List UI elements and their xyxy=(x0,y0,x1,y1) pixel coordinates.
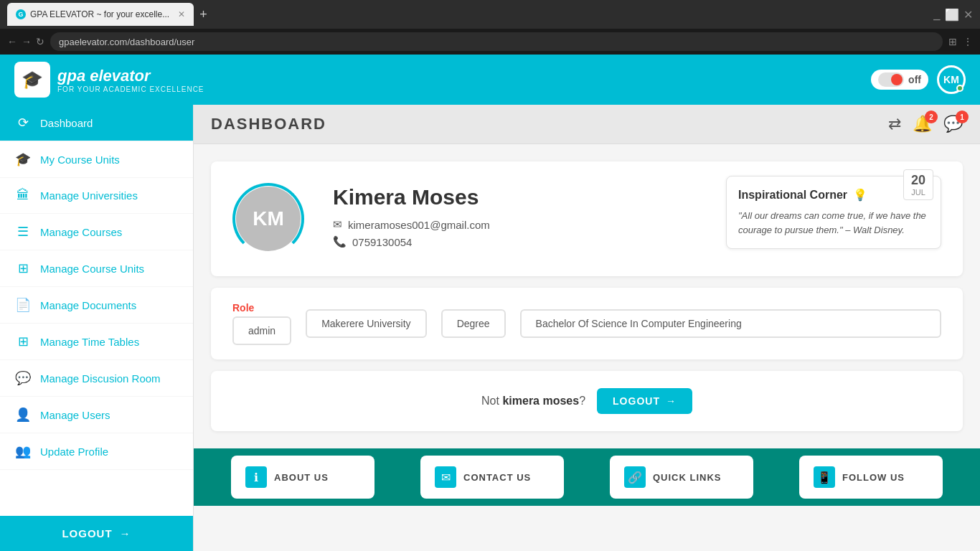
toggle-label: off xyxy=(908,74,921,85)
extensions-icon[interactable]: ⊞ xyxy=(948,36,957,47)
logout-arrow-icon: → xyxy=(120,527,131,540)
footer-about-us[interactable]: ℹ ABOUT US xyxy=(231,456,374,499)
reload-btn[interactable]: ↻ xyxy=(36,36,44,47)
content-header: DASHBOARD ⇄ 🔔 2 💬 1 xyxy=(194,105,980,144)
avatar-ring: KM xyxy=(232,183,304,255)
chat-badge: 1 xyxy=(956,110,969,123)
tab-favicon: G xyxy=(16,9,26,19)
page-title: DASHBOARD xyxy=(211,115,326,133)
address-bar: ← → ↻ gpaelevator.com/dashboard/user ⊞ ⋮ xyxy=(0,29,980,55)
sidebar-label-dashboard: Dashboard xyxy=(40,117,93,129)
sidebar: ⟳ Dashboard 🎓 My Course Units 🏛 Manage U… xyxy=(0,105,194,551)
sidebar-item-manage-documents[interactable]: 📄 Manage Documents xyxy=(0,287,193,324)
forward-btn[interactable]: → xyxy=(22,36,32,47)
content-area: DASHBOARD ⇄ 🔔 2 💬 1 xyxy=(194,105,980,551)
header-icons: ⇄ 🔔 2 💬 1 xyxy=(888,115,963,133)
sidebar-label-manage-course-units: Manage Course Units xyxy=(40,263,144,275)
lightbulb-icon: 💡 xyxy=(853,188,867,202)
user-card: KM Kimera Moses ✉ kimeramoses001@gmail.c… xyxy=(211,161,963,276)
update-profile-icon: 👥 xyxy=(14,443,32,459)
date-month: JUL xyxy=(911,188,925,197)
inspiration-title: Inspirational Corner xyxy=(738,189,847,202)
transfer-icon: ⇄ xyxy=(888,115,901,133)
sidebar-label-manage-users: Manage Users xyxy=(40,409,110,421)
sidebar-item-dashboard[interactable]: ⟳ Dashboard xyxy=(0,105,193,141)
phone-icon: 📞 xyxy=(333,235,347,248)
logo-main: gpa elevator xyxy=(57,67,204,85)
logo-area: 🎓 gpa elevator FOR YOUR ACADEMIC EXCELLE… xyxy=(14,62,204,98)
sidebar-label-manage-discussion-room: Manage Discusion Room xyxy=(40,372,161,385)
tab-bar: G GPA ELEVATOR ~ for your excelle... ✕ + xyxy=(7,3,928,26)
role-value: admin xyxy=(232,316,291,345)
main-layout: ⟳ Dashboard 🎓 My Course Units 🏛 Manage U… xyxy=(0,105,980,551)
minimize-icon[interactable]: ⎯ xyxy=(933,8,941,21)
sidebar-logout-btn[interactable]: LOGOUT → xyxy=(0,516,193,551)
logout-arrow-icon: → xyxy=(666,395,677,407)
inspiration-card: 20 JUL Inspirational Corner 💡 "All our d… xyxy=(726,176,941,249)
active-tab[interactable]: G GPA ELEVATOR ~ for your excelle... ✕ xyxy=(7,3,194,26)
sidebar-item-my-course-units[interactable]: 🎓 My Course Units xyxy=(0,141,193,178)
toggle-area[interactable]: off xyxy=(871,70,928,90)
sidebar-logout-label: LOGOUT xyxy=(62,527,112,540)
sidebar-label-manage-time-tables: Manage Time Tables xyxy=(40,336,139,348)
sidebar-label-manage-documents: Manage Documents xyxy=(40,299,136,311)
quick-links-icon: 🔗 xyxy=(624,466,646,488)
logo-sub: FOR YOUR ACADEMIC EXCELLENCE xyxy=(57,85,204,93)
maximize-icon[interactable]: ⬜ xyxy=(945,8,959,22)
role-label: Role xyxy=(232,302,254,314)
new-tab-btn[interactable]: + xyxy=(199,7,207,22)
contact-us-label: CONTACT US xyxy=(463,472,531,483)
bell-icon-btn[interactable]: 🔔 2 xyxy=(913,115,932,133)
footer-quick-links[interactable]: 🔗 QUICK LINKS xyxy=(610,456,753,499)
sidebar-item-manage-discussion-room[interactable]: 💬 Manage Discusion Room xyxy=(0,360,193,397)
close-icon[interactable]: ✕ xyxy=(963,8,973,22)
chat-icon-btn[interactable]: 💬 1 xyxy=(943,115,963,133)
logout-label: LOGOUT xyxy=(613,395,660,407)
url-bar[interactable]: gpaelevator.com/dashboard/user xyxy=(50,32,943,51)
sidebar-item-manage-time-tables[interactable]: ⊞ Manage Time Tables xyxy=(0,324,193,360)
sidebar-item-manage-universities[interactable]: 🏛 Manage Universities xyxy=(0,178,193,214)
window-controls: ⎯ ⬜ ✕ xyxy=(933,8,973,22)
info-row: Role admin Makerere University Degree Ba… xyxy=(211,288,963,359)
manage-course-units-icon: ⊞ xyxy=(14,260,32,276)
logo-icon: 🎓 xyxy=(14,62,50,98)
sidebar-item-manage-courses[interactable]: ☰ Manage Courses xyxy=(0,214,193,250)
date-number: 20 xyxy=(911,173,925,188)
user-avatar-header[interactable]: KM xyxy=(937,65,966,94)
inspiration-quote: "All our dreams can come true, if we hav… xyxy=(738,209,929,237)
manage-discussion-room-icon: 💬 xyxy=(14,370,32,386)
manage-courses-icon: ☰ xyxy=(14,224,32,240)
nav-buttons: ← → ↻ xyxy=(7,36,44,47)
date-badge: 20 JUL xyxy=(903,169,933,200)
email-icon: ✉ xyxy=(333,218,342,231)
footer-contact-us[interactable]: ✉ CONTACT US xyxy=(420,456,564,499)
avatar-initials: KM xyxy=(253,207,284,230)
manage-users-icon: 👤 xyxy=(14,407,32,423)
menu-icon[interactable]: ⋮ xyxy=(963,36,973,47)
sidebar-item-manage-users[interactable]: 👤 Manage Users xyxy=(0,397,193,433)
tab-title: GPA ELEVATOR ~ for your excelle... xyxy=(30,9,169,19)
current-username: kimera moses xyxy=(502,395,579,407)
follow-us-icon: 📱 xyxy=(814,466,835,488)
footer-follow-us[interactable]: 📱 FOLLOW US xyxy=(799,456,943,499)
manage-time-tables-icon: ⊞ xyxy=(14,334,32,349)
toggle-switch[interactable] xyxy=(878,72,904,87)
quick-links-label: QUICK LINKS xyxy=(653,472,722,483)
logout-button[interactable]: LOGOUT → xyxy=(597,388,692,414)
sidebar-item-update-profile[interactable]: 👥 Update Profile xyxy=(0,433,193,470)
url-text: gpaelevator.com/dashboard/user xyxy=(59,37,194,47)
contact-us-icon: ✉ xyxy=(435,466,456,488)
sidebar-item-manage-course-units[interactable]: ⊞ Manage Course Units xyxy=(0,250,193,287)
transfer-icon-btn[interactable]: ⇄ xyxy=(888,115,901,133)
logout-row: Not kimera moses? LOGOUT → xyxy=(211,371,963,431)
tab-close-btn[interactable]: ✕ xyxy=(178,9,185,19)
sidebar-label-my-course-units: My Course Units xyxy=(40,154,120,166)
online-status-dot xyxy=(956,85,963,92)
back-btn[interactable]: ← xyxy=(7,36,17,47)
manage-universities-icon: 🏛 xyxy=(14,188,32,203)
footer: ℹ ABOUT US ✉ CONTACT US 🔗 QUICK LINKS 📱 … xyxy=(194,448,980,506)
university-badge: Makerere University xyxy=(306,309,426,338)
role-section: Role admin xyxy=(232,302,291,345)
browser-chrome: G GPA ELEVATOR ~ for your excelle... ✕ +… xyxy=(0,0,980,29)
my-course-units-icon: 🎓 xyxy=(14,151,32,167)
